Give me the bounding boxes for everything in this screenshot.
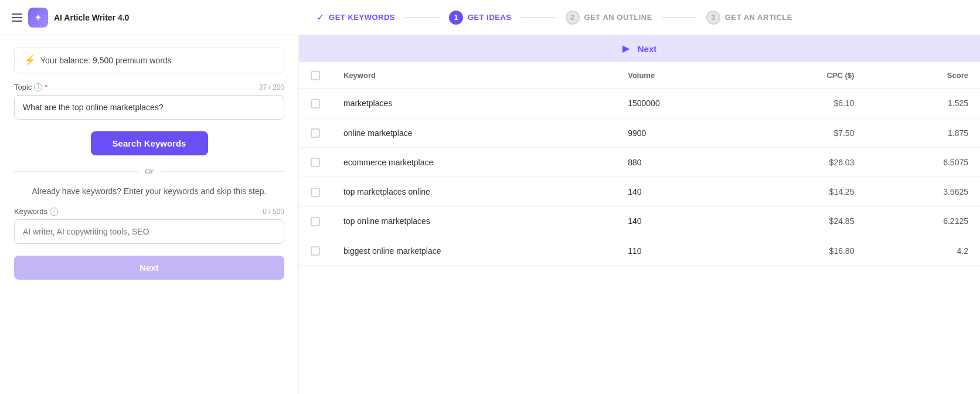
keywords-table-container: Keyword Volume CPC ($) Score marketplace… [299, 62, 980, 394]
row-score: 6.5075 [866, 148, 980, 177]
step-connector-3 [662, 17, 697, 18]
step-connector-1 [404, 17, 440, 18]
row-cpc: $16.80 [746, 236, 866, 266]
row-checkbox-cell [299, 118, 332, 147]
row-keyword: top marketplaces online [332, 177, 616, 206]
or-text: Or [145, 167, 153, 176]
right-panel: ▶Next Keyword Volume CPC ($) Score [299, 35, 980, 394]
row-score: 1.525 [866, 89, 980, 118]
keywords-info-icon[interactable]: i [50, 208, 58, 216]
divider-line-right [161, 171, 284, 172]
row-checkbox[interactable] [311, 246, 320, 256]
hamburger-icon[interactable] [12, 13, 22, 22]
row-checkbox[interactable] [311, 99, 320, 108]
divider-line-left [14, 171, 138, 172]
row-cpc: $26.03 [746, 148, 866, 177]
keywords-char-count: 0 / 500 [263, 208, 284, 216]
logo-icon: ✦ [28, 8, 48, 28]
balance-text: Your balance: 9,500 premium words [40, 56, 172, 65]
step-get-ideas[interactable]: 1 GET IDEAS [440, 11, 521, 25]
keywords-input[interactable] [14, 219, 284, 244]
topic-input[interactable] [14, 95, 284, 120]
row-keyword: ecommerce marketplace [332, 148, 616, 177]
row-volume: 880 [616, 148, 746, 177]
step-ideas-number: 1 [449, 11, 463, 25]
step-get-article[interactable]: 3 GET AN ARTICLE [697, 11, 802, 25]
lightning-icon: ⚡ [24, 55, 36, 66]
app-title: AI Article Writer 4.0 [54, 13, 129, 22]
table-row: marketplaces 1500000 $6.10 1.525 [299, 89, 980, 118]
row-cpc: $7.50 [746, 118, 866, 147]
row-checkbox-cell [299, 89, 332, 118]
step-outline-number: 2 [566, 11, 580, 25]
table-row: top marketplaces online 140 $14.25 3.562… [299, 177, 980, 206]
row-checkbox-cell [299, 148, 332, 177]
step-check-icon: ✓ [317, 12, 324, 23]
table-body: marketplaces 1500000 $6.10 1.525 online … [299, 89, 980, 266]
or-divider: Or [14, 167, 284, 176]
row-volume: 140 [616, 206, 746, 236]
row-checkbox[interactable] [311, 128, 320, 138]
topic-label-row: Topic i * 37 / 200 [14, 83, 284, 91]
row-score: 6.2125 [866, 206, 980, 236]
skip-text: Already have keywords? Enter your keywor… [14, 185, 284, 198]
next-banner-button[interactable]: ▶Next [299, 35, 980, 62]
col-keyword: Keyword [332, 62, 616, 89]
row-score: 4.2 [866, 236, 980, 266]
row-keyword: online marketplace [332, 118, 616, 147]
row-volume: 110 [616, 236, 746, 266]
topic-char-count: 37 / 200 [259, 83, 284, 91]
main-layout: ⚡ Your balance: 9,500 premium words Topi… [0, 35, 980, 394]
step-get-outline[interactable]: 2 GET AN OUTLINE [556, 11, 662, 25]
row-keyword: top online marketplaces [332, 206, 616, 236]
keywords-group: Keywords i 0 / 500 [14, 207, 284, 244]
step-get-keywords[interactable]: ✓ GET KEYWORDS [307, 12, 404, 23]
topic-label: Topic i * [14, 83, 47, 91]
row-volume: 140 [616, 177, 746, 206]
col-score: Score [866, 62, 980, 89]
row-checkbox-cell [299, 236, 332, 266]
header-left: ✦ AI Article Writer 4.0 [12, 8, 141, 28]
row-checkbox[interactable] [311, 158, 320, 167]
table-row: ecommerce marketplace 880 $26.03 6.5075 [299, 148, 980, 177]
row-volume: 1500000 [616, 89, 746, 118]
topic-info-icon[interactable]: i [34, 83, 42, 91]
table-row: top online marketplaces 140 $24.85 6.212… [299, 206, 980, 236]
header-steps: ✓ GET KEYWORDS 1 GET IDEAS 2 GET AN OUTL… [141, 11, 968, 25]
row-score: 3.5625 [866, 177, 980, 206]
col-cpc: CPC ($) [746, 62, 866, 89]
step-ideas-label: GET IDEAS [468, 13, 512, 22]
row-cpc: $24.85 [746, 206, 866, 236]
balance-box: ⚡ Your balance: 9,500 premium words [14, 47, 284, 73]
row-checkbox[interactable] [311, 188, 320, 197]
topic-group: Topic i * 37 / 200 [14, 83, 284, 120]
left-next-button[interactable]: Next [14, 256, 284, 280]
table-row: biggest online marketplace 110 $16.80 4.… [299, 236, 980, 266]
col-volume: Volume [616, 62, 746, 89]
table-row: online marketplace 9900 $7.50 1.875 [299, 118, 980, 147]
row-checkbox-cell [299, 177, 332, 206]
step-connector-2 [521, 17, 556, 18]
row-checkbox[interactable] [311, 217, 320, 226]
select-all-checkbox[interactable] [311, 71, 320, 80]
row-keyword: biggest online marketplace [332, 236, 616, 266]
step-article-label: GET AN ARTICLE [725, 13, 792, 22]
row-checkbox-cell [299, 206, 332, 236]
step-keywords-label: GET KEYWORDS [329, 13, 395, 22]
keywords-label: Keywords i [14, 207, 58, 216]
row-volume: 9900 [616, 118, 746, 147]
row-cpc: $14.25 [746, 177, 866, 206]
step-article-number: 3 [706, 11, 720, 25]
row-score: 1.875 [866, 118, 980, 147]
search-keywords-button[interactable]: Search Keywords [91, 131, 208, 155]
table-header: Keyword Volume CPC ($) Score [299, 62, 980, 89]
row-cpc: $6.10 [746, 89, 866, 118]
row-keyword: marketplaces [332, 89, 616, 118]
header-checkbox-cell [299, 62, 332, 89]
keywords-table: Keyword Volume CPC ($) Score marketplace… [299, 62, 980, 266]
header: ✦ AI Article Writer 4.0 ✓ GET KEYWORDS 1… [0, 0, 980, 35]
left-panel: ⚡ Your balance: 9,500 premium words Topi… [0, 35, 299, 394]
step-outline-label: GET AN OUTLINE [584, 13, 652, 22]
keywords-label-row: Keywords i 0 / 500 [14, 207, 284, 216]
